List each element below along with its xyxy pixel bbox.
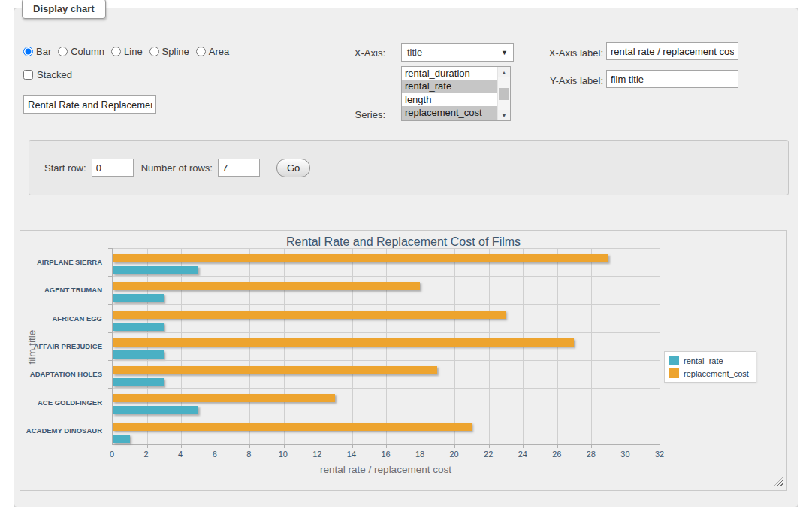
bar-rental_rate[interactable]	[113, 266, 198, 274]
category-row	[113, 248, 660, 276]
row-range-box: Start row: Number of rows: Go	[29, 140, 789, 195]
chevron-down-icon: ▼	[501, 49, 508, 56]
bar-rental_rate[interactable]	[113, 378, 164, 386]
radio-spline[interactable]	[149, 47, 159, 56]
x-axis-label-input[interactable]	[606, 42, 738, 60]
bar-replacement_cost[interactable]	[113, 394, 335, 402]
legend-item-rental_rate[interactable]: rental_rate	[669, 356, 749, 365]
stacked-checkbox[interactable]	[23, 70, 33, 80]
go-button[interactable]: Go	[276, 159, 310, 177]
chart-title-input[interactable]	[23, 95, 156, 114]
bar-replacement_cost[interactable]	[113, 366, 437, 374]
x-tick-label: 30	[620, 450, 629, 459]
num-rows-input[interactable]	[218, 159, 260, 177]
bar-replacement_cost[interactable]	[113, 254, 608, 262]
scroll-up-icon[interactable]: ▲	[498, 67, 510, 77]
radio-line[interactable]	[111, 47, 121, 56]
bar-rental_rate[interactable]	[113, 294, 164, 302]
series-select-label: Series:	[330, 109, 385, 120]
chart-container: Rental Rate and Replacement Cost of Film…	[20, 230, 787, 491]
radio-label-spline: Spline	[162, 46, 189, 57]
chart-legend: rental_ratereplacement_cost	[664, 351, 756, 383]
plot-area	[112, 248, 660, 445]
radio-label-bar: Bar	[36, 46, 51, 57]
tick-mark	[318, 445, 318, 448]
category-row	[113, 388, 660, 416]
scrollbar-thumb[interactable]	[499, 88, 509, 100]
chart-type-option-area[interactable]: Area	[196, 46, 229, 57]
bar-rental_rate[interactable]	[113, 350, 164, 359]
tick-mark	[489, 445, 490, 448]
category-label: ACADEMY DINOSAUR	[20, 426, 102, 435]
chart-title: Rental Rate and Replacement Cost of Film…	[20, 235, 786, 249]
category-row	[113, 332, 660, 360]
tick-mark	[113, 445, 113, 448]
chart-type-radio-group: BarColumnLineSplineArea	[23, 46, 236, 57]
x-tick-label: 20	[450, 450, 459, 459]
category-row	[113, 417, 660, 444]
tick-mark	[454, 445, 455, 448]
tick-mark	[591, 445, 592, 448]
scrollbar-track[interactable]	[498, 77, 510, 110]
x-axis-label-label: X-Axis label:	[529, 47, 603, 59]
tick-mark	[523, 445, 524, 448]
x-axis-select[interactable]: title ▼	[401, 43, 514, 62]
series-option-replacement_cost[interactable]: replacement_cost	[402, 106, 497, 119]
category-row	[113, 276, 660, 304]
gridline	[660, 248, 660, 444]
bar-replacement_cost[interactable]	[113, 338, 574, 347]
x-axis-selected-value: title	[407, 47, 422, 58]
x-tick-label: 14	[347, 450, 356, 459]
start-row-input[interactable]	[92, 159, 134, 177]
series-option-length[interactable]: length	[402, 93, 497, 106]
radio-column[interactable]	[58, 47, 68, 56]
stacked-option[interactable]: Stacked	[23, 69, 72, 80]
scroll-down-icon[interactable]: ▼	[498, 110, 510, 120]
x-tick-label: 18	[415, 450, 424, 459]
bar-rental_rate[interactable]	[113, 435, 130, 443]
num-rows-label: Number of rows:	[141, 162, 213, 174]
x-tick-label: 16	[381, 450, 390, 459]
radio-label-line: Line	[124, 46, 143, 57]
bar-replacement_cost[interactable]	[113, 282, 420, 290]
x-tick-label: 26	[552, 450, 561, 459]
y-axis-label-label: Y-Axis label:	[529, 75, 603, 86]
resize-handle-icon[interactable]	[774, 477, 783, 486]
category-labels: AIRPLANE SIERRAAGENT TRUMANAFRICAN EGGAF…	[20, 248, 107, 445]
radio-bar[interactable]	[23, 47, 33, 56]
y-axis-label-input[interactable]	[606, 70, 738, 88]
radio-area[interactable]	[196, 47, 206, 56]
tick-mark	[386, 445, 387, 448]
start-row-label: Start row:	[44, 162, 86, 174]
bar-replacement_cost[interactable]	[113, 311, 506, 319]
legend-label: replacement_cost	[684, 369, 749, 378]
x-tick-label: 6	[213, 450, 217, 459]
x-tick-label: 10	[279, 450, 288, 459]
bar-replacement_cost[interactable]	[113, 423, 472, 431]
tick-mark	[421, 445, 421, 448]
chart-type-option-line[interactable]: Line	[111, 46, 143, 57]
bar-rental_rate[interactable]	[113, 323, 164, 331]
radio-label-column: Column	[71, 46, 104, 57]
bar-rental_rate[interactable]	[113, 406, 198, 414]
tick-mark	[352, 445, 353, 448]
tick-mark	[181, 445, 182, 448]
chart-type-option-bar[interactable]: Bar	[23, 46, 51, 57]
legend-swatch-icon	[669, 356, 679, 365]
series-option-rental_duration[interactable]: rental_duration	[402, 67, 497, 80]
x-tick-label: 12	[312, 450, 321, 459]
legend-swatch-icon	[669, 368, 679, 378]
x-tick-label: 8	[246, 450, 251, 459]
category-label: AGENT TRUMAN	[20, 286, 102, 294]
tick-mark	[284, 445, 285, 448]
tick-mark	[249, 445, 250, 448]
panel-title: Display chart	[22, 0, 106, 19]
legend-item-replacement_cost[interactable]: replacement_cost	[669, 368, 749, 378]
chart-type-option-column[interactable]: Column	[58, 46, 104, 57]
x-axis-title: rental rate / replacement cost	[112, 464, 660, 475]
chart-type-option-spline[interactable]: Spline	[149, 46, 189, 57]
listbox-scrollbar[interactable]: ▲ ▼	[497, 67, 510, 120]
tick-mark	[147, 445, 148, 448]
series-option-rental_rate[interactable]: rental_rate	[402, 80, 497, 92]
series-listbox[interactable]: rental_durationrental_ratelengthreplacem…	[401, 66, 511, 121]
